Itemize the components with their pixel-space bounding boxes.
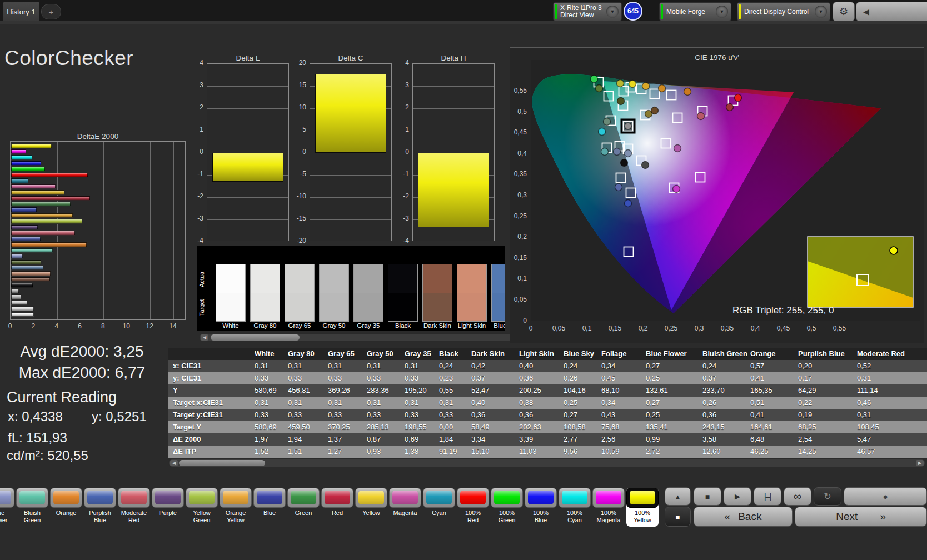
control-dropdown[interactable]: Direct Display Control▼ — [737, 2, 830, 21]
table-cell: 108,58 — [564, 421, 601, 433]
tab-history-1[interactable]: History 1 — [3, 2, 39, 22]
table-cell: 0,31 — [405, 397, 439, 409]
patch-button-100pct-magenta[interactable]: 100%Magenta — [592, 488, 625, 527]
next-button[interactable]: Next » — [795, 507, 927, 527]
table-cell: 0,26 — [702, 397, 750, 409]
table-cell: 108,45 — [857, 421, 927, 433]
scroll-right-icon[interactable]: ▶ — [916, 460, 924, 466]
patch-button-cyan[interactable]: Cyan — [423, 488, 455, 527]
table-cell: 0,27 — [564, 409, 601, 421]
patch-button-purple[interactable]: Purple — [152, 488, 184, 527]
swatch-scrollbar-thumb[interactable] — [211, 334, 300, 341]
next-chevrons-icon: » — [880, 511, 886, 523]
meter-status-badge[interactable]: 645 — [624, 2, 642, 21]
chevron-down-icon[interactable]: ▼ — [606, 6, 619, 18]
extra-control-button[interactable]: ● — [844, 487, 927, 506]
color-patch — [630, 491, 655, 504]
patch-button-red[interactable]: Red — [321, 488, 353, 527]
cie-x-tick-label: 0 — [519, 324, 543, 332]
measured-marker — [604, 118, 611, 126]
patch-button-label: Green — [287, 509, 320, 517]
chevron-down-icon[interactable]: ▼ — [716, 6, 728, 18]
swatch-strip: ActualTargetWhiteGray 80Gray 65Gray 50Gr… — [197, 246, 505, 331]
swatch-target — [457, 293, 486, 321]
refresh-button[interactable]: ↻ — [814, 487, 841, 506]
refresh-icon: ↻ — [824, 491, 831, 502]
patch-button-100pct-yellow[interactable]: 100%Yellow — [626, 488, 659, 527]
swatch-actual — [457, 264, 486, 293]
table-cell: 0,31 — [857, 409, 927, 421]
patch-button-purplish-blue[interactable]: PurplishBlue — [84, 488, 116, 527]
patch-button-yellow[interactable]: Yellow — [355, 488, 387, 527]
cie-x-tick-label: 0,5 — [799, 324, 824, 332]
swatch-actual — [285, 264, 314, 293]
delta_h-tick-label: -1 — [393, 170, 409, 178]
measured-marker — [621, 159, 628, 167]
delta_l-gridline — [207, 131, 288, 131]
patch-button-100pct-green[interactable]: 100%Green — [491, 488, 523, 527]
cie-y-tick-label: 0,2 — [500, 233, 527, 241]
table-cell: 52,47 — [471, 384, 519, 397]
color-patch — [0, 491, 11, 504]
table-cell: 0,31 — [367, 397, 405, 409]
patch-button-label: Cyan — [423, 509, 455, 517]
cie-x-tick-label: 0,15 — [603, 324, 627, 332]
pattern-window-button[interactable]: ■ — [665, 507, 691, 527]
deltae2000-bar — [11, 254, 23, 259]
patch-button-blue-flower[interactable]: BlueFlower — [0, 488, 14, 527]
patch-button-orange-yellow[interactable]: OrangeYellow — [220, 488, 252, 527]
patch-button-blue[interactable]: Blue — [253, 488, 286, 527]
delta_c-tick-label: -15 — [291, 214, 306, 222]
column-header: Gray 35 — [405, 348, 439, 360]
color-patch — [460, 491, 486, 504]
single-measure-button[interactable]: |–| — [754, 487, 781, 506]
table-cell: 0,00 — [439, 421, 471, 433]
table-cell: 0,36 — [519, 409, 564, 421]
patch-button-well — [389, 488, 421, 508]
deltae2000-bar — [11, 242, 87, 247]
measured-marker — [615, 184, 622, 191]
swatch-actual — [423, 264, 452, 293]
stop-button[interactable]: ■ — [694, 487, 721, 506]
patch-button-yellow-green[interactable]: YellowGreen — [186, 488, 218, 527]
row-label: x: CIE31 — [168, 360, 255, 372]
swatch-scrollbar[interactable]: ◀ ▶ — [199, 333, 532, 342]
source-dropdown-status-stripe — [661, 4, 663, 19]
scroll-left-icon[interactable]: ◀ — [201, 334, 208, 341]
collapse-panel-button[interactable]: ◀ — [856, 2, 927, 22]
measured-marker — [735, 94, 742, 102]
patch-button-green[interactable]: Green — [287, 488, 320, 527]
swatch-black — [388, 264, 418, 322]
patch-button-bluish-green[interactable]: BluishGreen — [16, 488, 48, 527]
deltae2000-tick-label: 10 — [121, 322, 132, 330]
scroll-left-icon[interactable]: ◀ — [170, 460, 178, 466]
chevron-down-icon[interactable]: ▼ — [815, 6, 827, 18]
table-cell: 75,68 — [601, 421, 646, 433]
patch-button-magenta[interactable]: Magenta — [389, 488, 421, 527]
back-button-label: Back — [738, 511, 761, 523]
measured-marker — [599, 128, 606, 136]
patch-button-label: Orange — [50, 509, 82, 517]
patch-button-100pct-cyan[interactable]: 100%Cyan — [559, 488, 591, 527]
cie-y-tick-label: 0,35 — [500, 170, 527, 178]
table-scrollbar-thumb[interactable] — [179, 460, 265, 466]
source-dropdown[interactable]: Mobile Forge▼ — [659, 2, 731, 21]
play-button[interactable]: ▶ — [724, 487, 751, 506]
settings-button[interactable]: ⚙ — [833, 2, 855, 22]
patch-button-label: Yellow — [355, 509, 387, 517]
table-cell: 0,24 — [702, 360, 750, 372]
back-button[interactable]: « Back — [694, 507, 793, 527]
swatch-actual — [320, 264, 348, 293]
table-scrollbar[interactable]: ◀ ▶ — [168, 459, 925, 467]
delta_c-gridline — [310, 175, 391, 176]
delta_c-tick-label: -10 — [291, 192, 306, 200]
scroll-up-button[interactable]: ▲ — [665, 487, 691, 506]
continuous-measure-button[interactable]: ∞ — [784, 487, 811, 506]
meter-dropdown[interactable]: X-Rite i1Pro 3Direct View▼ — [553, 2, 622, 21]
patch-button-moderate-red[interactable]: ModerateRed — [118, 488, 150, 527]
add-tab-button[interactable]: + — [41, 4, 61, 19]
patch-button-100pct-red[interactable]: 100%Red — [457, 488, 489, 527]
patch-button-100pct-blue[interactable]: 100%Blue — [525, 488, 557, 527]
patch-button-orange[interactable]: Orange — [50, 488, 82, 527]
deltae2000-tick-label: 14 — [167, 322, 178, 330]
